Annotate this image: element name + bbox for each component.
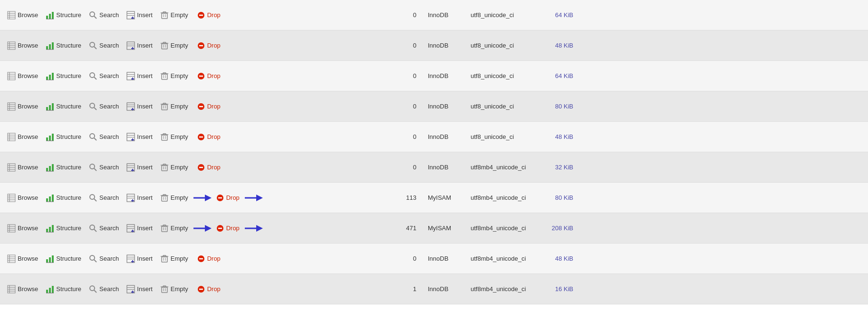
- row-count: 113: [394, 194, 422, 201]
- drop-button[interactable]: Drop: [193, 284, 224, 295]
- svg-rect-156: [49, 196, 51, 202]
- drop-button[interactable]: Drop: [193, 131, 224, 143]
- browse-button[interactable]: Browse: [4, 70, 41, 82]
- drop-button[interactable]: Drop: [212, 223, 243, 234]
- search-button[interactable]: Search: [86, 192, 122, 204]
- empty-button[interactable]: Empty: [157, 284, 192, 295]
- browse-button[interactable]: Browse: [4, 192, 41, 204]
- insert-button[interactable]: Insert: [123, 253, 156, 264]
- search-button[interactable]: Search: [86, 131, 122, 143]
- drop-button[interactable]: Drop: [212, 192, 243, 204]
- drop-button[interactable]: Drop: [193, 162, 224, 173]
- empty-button[interactable]: Empty: [157, 131, 192, 143]
- structure-button[interactable]: Structure: [42, 40, 85, 51]
- search-button[interactable]: Search: [86, 284, 122, 295]
- empty-button[interactable]: Empty: [157, 162, 192, 173]
- engine: MyISAM: [422, 194, 465, 201]
- drop-button[interactable]: Drop: [193, 10, 224, 21]
- collation: utf8_unicode_ci: [465, 11, 541, 19]
- structure-button[interactable]: Structure: [42, 70, 85, 82]
- svg-rect-31: [49, 44, 51, 49]
- size: 64 KiB: [541, 11, 579, 19]
- svg-line-135: [94, 168, 96, 171]
- search-button[interactable]: Search: [86, 253, 122, 264]
- search-button[interactable]: Search: [86, 162, 122, 173]
- drop-button[interactable]: Drop: [193, 253, 224, 264]
- svg-rect-191: [127, 226, 135, 227]
- size: 16 KiB: [541, 285, 579, 293]
- svg-rect-220: [127, 257, 135, 257]
- drop-button[interactable]: Drop: [193, 70, 224, 82]
- insert-button[interactable]: Insert: [123, 70, 156, 82]
- svg-rect-131: [49, 166, 51, 171]
- browse-button[interactable]: Browse: [4, 40, 41, 51]
- row-actions: Browse Structure Search Insert: [4, 101, 394, 112]
- size: 80 KiB: [541, 103, 579, 110]
- insert-button[interactable]: Insert: [123, 284, 156, 295]
- collation: utf8mb4_unicode_ci: [465, 194, 541, 201]
- structure-button[interactable]: Structure: [42, 192, 85, 204]
- structure-button[interactable]: Structure: [42, 284, 85, 295]
- structure-button[interactable]: Structure: [42, 101, 85, 112]
- browse-button[interactable]: Browse: [4, 162, 41, 173]
- row-actions: Browse Structure Search Insert: [4, 162, 394, 173]
- empty-button[interactable]: Empty: [157, 101, 192, 112]
- search-button[interactable]: Search: [86, 101, 122, 112]
- row-info: 0 InnoDB utf8mb4_unicode_ci 48 KiB: [394, 255, 864, 262]
- structure-button[interactable]: Structure: [42, 131, 85, 143]
- empty-button[interactable]: Empty: [157, 10, 192, 21]
- svg-rect-81: [49, 105, 51, 110]
- insert-button[interactable]: Insert: [123, 10, 156, 21]
- search-button[interactable]: Search: [86, 70, 122, 82]
- svg-line-218: [94, 260, 96, 262]
- collation: utf8mb4_unicode_ci: [465, 164, 541, 171]
- svg-rect-91: [162, 105, 167, 110]
- svg-marker-207: [256, 225, 263, 232]
- svg-rect-185: [49, 227, 51, 232]
- collation: utf8mb4_unicode_ci: [465, 255, 541, 262]
- insert-button[interactable]: Insert: [123, 131, 156, 143]
- structure-button[interactable]: Structure: [42, 253, 85, 264]
- table-row: Browse Structure Search Insert: [0, 30, 868, 61]
- insert-button[interactable]: Insert: [123, 101, 156, 112]
- svg-rect-16: [162, 13, 167, 19]
- size: 208 KiB: [541, 225, 579, 232]
- svg-line-160: [94, 199, 96, 201]
- table-row: Browse Structure Search Insert: [0, 183, 868, 213]
- browse-button[interactable]: Browse: [4, 10, 41, 21]
- svg-rect-184: [46, 229, 48, 232]
- search-button[interactable]: Search: [86, 10, 122, 21]
- engine: InnoDB: [422, 164, 465, 171]
- search-button[interactable]: Search: [86, 223, 122, 234]
- empty-button[interactable]: Empty: [157, 40, 192, 51]
- drop-button[interactable]: Drop: [193, 40, 224, 51]
- browse-button[interactable]: Browse: [4, 253, 41, 264]
- row-count: 0: [394, 164, 422, 171]
- row-count: 0: [394, 255, 422, 262]
- empty-button[interactable]: Empty: [157, 253, 192, 264]
- engine: InnoDB: [422, 103, 465, 110]
- empty-button[interactable]: Empty: [157, 70, 192, 82]
- structure-button[interactable]: Structure: [42, 10, 85, 21]
- svg-rect-155: [46, 198, 48, 202]
- svg-rect-245: [127, 287, 135, 288]
- search-button[interactable]: Search: [86, 40, 122, 51]
- insert-button[interactable]: Insert: [123, 192, 156, 204]
- browse-button[interactable]: Browse: [4, 223, 41, 234]
- svg-line-243: [94, 290, 96, 293]
- svg-point-242: [90, 286, 95, 291]
- structure-button[interactable]: Structure: [42, 223, 85, 234]
- browse-button[interactable]: Browse: [4, 131, 41, 143]
- empty-button[interactable]: Empty: [157, 192, 192, 204]
- insert-button[interactable]: Insert: [123, 162, 156, 173]
- drop-button[interactable]: Drop: [193, 101, 224, 112]
- row-info: 0 InnoDB utf8_unicode_ci 48 KiB: [394, 133, 864, 140]
- empty-button[interactable]: Empty: [157, 223, 192, 234]
- svg-rect-62: [127, 74, 135, 75]
- insert-button[interactable]: Insert: [123, 40, 156, 51]
- structure-button[interactable]: Structure: [42, 162, 85, 173]
- browse-button[interactable]: Browse: [4, 284, 41, 295]
- table-row: Browse Structure Search Insert: [0, 213, 868, 244]
- insert-button[interactable]: Insert: [123, 223, 156, 234]
- browse-button[interactable]: Browse: [4, 101, 41, 112]
